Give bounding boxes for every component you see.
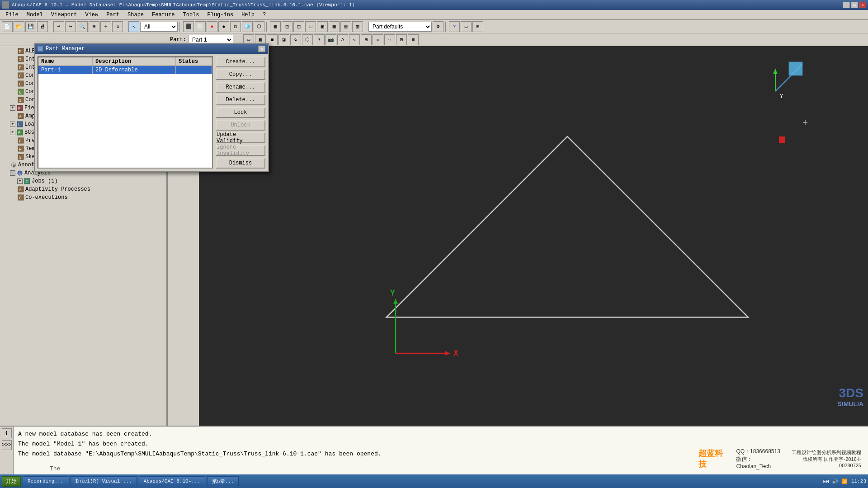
status-icon-expand[interactable]: >>>	[2, 440, 12, 450]
app-icon	[2, 1, 9, 9]
tree-item-jobs[interactable]: + J Jobs (1)	[1, 177, 165, 185]
open-file-button[interactable]: 📂	[14, 21, 24, 32]
new-file-button[interactable]: 📄	[2, 21, 13, 32]
copy-button[interactable]: Copy...	[216, 69, 265, 80]
analysis-expand[interactable]: -	[10, 170, 15, 176]
svg-text:S: S	[19, 155, 21, 160]
lock-button[interactable]: Lock	[216, 107, 265, 118]
perspective-button[interactable]: ⬙	[290, 34, 301, 45]
face-button[interactable]: ◆	[218, 21, 229, 32]
select-button[interactable]: ↖	[128, 21, 139, 32]
viewport[interactable]: X Y Y + 3DS SIMULIA	[199, 46, 868, 426]
v6-button[interactable]: ▦	[329, 21, 340, 32]
part3d-button[interactable]: 🧊	[242, 21, 253, 32]
jobs-expand[interactable]: +	[17, 178, 23, 184]
minimize-button[interactable]: _	[843, 2, 850, 8]
update-validity-button[interactable]: Update Validity	[216, 132, 265, 143]
bcs-expand[interactable]: +	[10, 130, 15, 135]
menu-file[interactable]: File	[2, 11, 22, 19]
render-button[interactable]: ⬡	[302, 34, 313, 45]
menu-model[interactable]: Model	[23, 11, 47, 19]
toolbar-1: 📄 📂 💾 🖨 ↩ ↪ 🔍 ⊞ ✛ ⇅ ↖ All Part Assembly …	[0, 20, 868, 33]
start-button[interactable]: 开始	[2, 476, 21, 487]
tree-item-coexecutions[interactable]: C Co-executions	[1, 193, 165, 202]
param-button[interactable]: ≡	[408, 34, 419, 45]
svg-text:F: F	[18, 107, 20, 111]
v3-button[interactable]: ◱	[293, 21, 304, 32]
taskbar-chapter5[interactable]: 第5章...	[207, 476, 239, 486]
loads-expand[interactable]: +	[10, 122, 15, 127]
ignore-invalidity-button[interactable]: Ignore Invalidity	[216, 145, 265, 156]
svg-text:X: X	[453, 348, 458, 357]
save-button[interactable]: 💾	[25, 21, 36, 32]
part-defaults-dropdown[interactable]: Part defaults	[368, 22, 432, 32]
menu-feature[interactable]: Feature	[148, 11, 178, 19]
menu-part[interactable]: Part	[103, 11, 123, 19]
part-list-row[interactable]: Part-1 2D Deformable	[38, 66, 212, 74]
module-btn[interactable]: ▭	[461, 21, 472, 32]
tree-item-adaptivity[interactable]: A Adaptivity Processes	[1, 185, 165, 193]
menu-viewport[interactable]: Viewport	[47, 11, 81, 19]
edge-button[interactable]: ●	[207, 21, 217, 32]
assembly-button[interactable]: ⬡	[254, 21, 264, 32]
taskbar-abaqus[interactable]: Abaqus/CAE 6.10-...	[139, 476, 205, 486]
menu-view[interactable]: View	[81, 11, 102, 19]
filled-button[interactable]: ◪	[278, 34, 289, 45]
ale-icon: M	[17, 47, 24, 55]
v8-button[interactable]: ▥	[352, 21, 363, 32]
fields-expand[interactable]: +	[10, 105, 15, 111]
menu-shape[interactable]: Shape	[124, 11, 147, 19]
svg-text:I: I	[19, 58, 21, 62]
text-button[interactable]: A	[337, 34, 348, 45]
filter-dropdown[interactable]: All Part Assembly	[140, 22, 178, 32]
help-info-button[interactable]: ?	[449, 21, 460, 32]
row-part-status	[176, 66, 212, 74]
camera-button[interactable]: 📷	[326, 34, 336, 45]
menu-plugins[interactable]: Plug-ins	[204, 11, 237, 19]
v7-button[interactable]: ▤	[340, 21, 351, 32]
node-button[interactable]: ⬛	[183, 21, 194, 32]
element-button[interactable]: ⬜	[195, 21, 206, 32]
defaults-btn2[interactable]: ⚙	[433, 21, 443, 32]
constraint-tool-button[interactable]: ⊡	[396, 34, 407, 45]
undo-button[interactable]: ↩	[53, 21, 64, 32]
zoom-in-button[interactable]: 🔍	[77, 21, 88, 32]
pan-button[interactable]: ✛	[100, 21, 111, 32]
dismiss-button[interactable]: Dismiss	[216, 158, 265, 169]
v2-button[interactable]: ◫	[282, 21, 292, 32]
v1-button[interactable]: ▦	[270, 21, 281, 32]
restore-button[interactable]: ▭	[851, 2, 858, 8]
viewport-btn[interactable]: ⊟	[472, 21, 483, 32]
amplitudes-icon: A	[17, 113, 24, 120]
zoom-box-button[interactable]: ⊞	[89, 21, 99, 32]
unlock-button[interactable]: Unlock	[216, 120, 265, 131]
rotate-button[interactable]: ⇅	[112, 21, 123, 32]
v5-button[interactable]: ▣	[317, 21, 328, 32]
taskbar-recording[interactable]: Recording...	[23, 476, 68, 486]
rename-button[interactable]: Rename...	[216, 82, 265, 93]
menu-question[interactable]: ?	[259, 11, 269, 19]
redo-button[interactable]: ↪	[65, 21, 76, 32]
part-manager-title-bar[interactable]: Part Manager ✕	[35, 44, 268, 54]
svg-text:A: A	[19, 188, 22, 192]
delete-button[interactable]: Delete...	[216, 94, 265, 105]
svg-text:A: A	[19, 172, 21, 176]
menu-tools[interactable]: Tools	[179, 11, 203, 19]
part-manager-close-button[interactable]: ✕	[258, 46, 265, 52]
light-button[interactable]: ☀	[314, 34, 325, 45]
taskbar-time: 11:23	[851, 479, 866, 484]
cursor-button[interactable]: ↖	[349, 34, 360, 45]
window-controls[interactable]: _ ▭ ✕	[843, 2, 866, 8]
dim-button[interactable]: ↔	[384, 34, 395, 45]
cell-button[interactable]: ◻	[230, 21, 241, 32]
svg-text:S: S	[19, 99, 21, 103]
menu-help[interactable]: Help	[238, 11, 258, 19]
sketch-tools-button[interactable]: ✏	[373, 34, 383, 45]
print-button[interactable]: 🖨	[37, 21, 48, 32]
v4-button[interactable]: □	[305, 21, 316, 32]
close-button[interactable]: ✕	[859, 2, 866, 8]
part-list-header: Name Description Status	[38, 57, 212, 66]
taskbar-intel[interactable]: Intel(R) Visual ...	[70, 476, 137, 486]
create-button[interactable]: Create...	[216, 56, 265, 67]
grid-button[interactable]: ⊞	[361, 34, 372, 45]
